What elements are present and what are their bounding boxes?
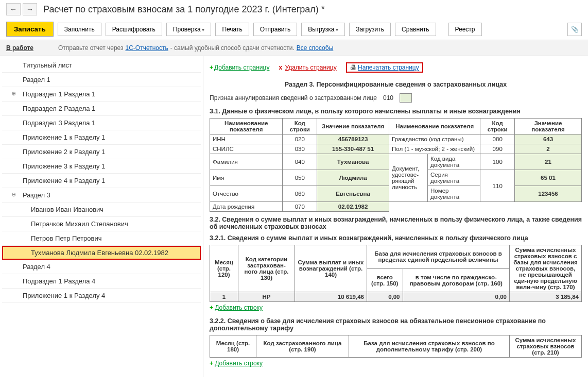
check-button[interactable]: Проверка	[166, 23, 212, 36]
delete-page[interactable]: x Удалить страницу	[279, 64, 336, 71]
fill-button[interactable]: Заполнить	[58, 23, 101, 36]
add-page[interactable]: +Добавить страницу	[210, 64, 269, 71]
content-area: +Добавить страницу x Удалить страницу 🖶 …	[203, 56, 588, 377]
fam-value[interactable]: Тухманова	[317, 154, 389, 170]
tree-person-ivanov[interactable]: Иванов Иван Иванович	[2, 203, 201, 217]
name-value[interactable]: Людмила	[317, 170, 389, 186]
tree-app4-1[interactable]: Приложение 1 к Разделу 4	[2, 289, 201, 303]
tree-section3[interactable]: ⊖Раздел 3	[2, 188, 201, 203]
tree-app1[interactable]: Приложение 1 к Разделу 1	[2, 130, 201, 145]
tree-sub1-1[interactable]: ⊕Подраздел 1 Раздела 1	[2, 87, 201, 102]
h32: 3.2. Сведения о сумме выплат и иных возн…	[210, 216, 582, 230]
table-31: Наименование показателя Код строки Значе…	[210, 118, 582, 212]
info-text: Отправьте отчет через	[58, 44, 124, 52]
link-all-ways[interactable]: Все способы	[297, 44, 334, 52]
back-button[interactable]: ←	[6, 3, 21, 15]
send-button[interactable]: Отправить	[253, 23, 298, 36]
h321: 3.2.1. Сведения о сумме выплат и иных во…	[210, 234, 582, 242]
write-button[interactable]: Записать	[6, 22, 54, 37]
tree-person-petrov[interactable]: Петров Петр Петрович	[2, 231, 201, 246]
compare-button[interactable]: Сравнить	[395, 23, 436, 36]
tree-sub1-2[interactable]: Подраздел 2 Раздела 1	[2, 102, 201, 116]
tree-person-tukhmanova[interactable]: Тухманова Людмила Евгеньевна 02.02.1982	[2, 246, 201, 260]
h31: 3.1. Данные о физическом лице, в пользу …	[210, 108, 582, 115]
doc-num-value[interactable]: 123456	[515, 186, 582, 202]
tree-section1[interactable]: Раздел 1	[2, 73, 201, 87]
tree-sub4-1[interactable]: Подраздел 1 Раздела 4	[2, 274, 201, 289]
tree-app3[interactable]: Приложение 3 к Разделу 1	[2, 159, 201, 174]
forward-button[interactable]: →	[23, 3, 37, 15]
load-button[interactable]: Загрузить	[349, 23, 391, 36]
print-button[interactable]: Печать	[215, 23, 249, 36]
page-title: Расчет по страховым взносам за 1 полугод…	[43, 4, 325, 15]
section3-title: Раздел 3. Персонифицированные сведения о…	[210, 81, 582, 88]
annul-label: Признак аннулирования сведений о застрах…	[210, 94, 377, 102]
snils-value[interactable]: 155-330-487 51	[317, 144, 389, 154]
tree-person-petrachkov[interactable]: Петрачков Михаил Степанович	[2, 217, 201, 231]
status-in-work[interactable]: В работе	[6, 44, 33, 52]
tree-title-page[interactable]: Титульный лист	[2, 58, 201, 73]
annul-code: 010	[383, 94, 393, 102]
add-row-321[interactable]: + Добавить строку	[210, 304, 582, 311]
export-button[interactable]: Выгрузка	[301, 23, 345, 36]
tree-app2[interactable]: Приложение 2 к Разделу 1	[2, 145, 201, 159]
annul-checkbox[interactable]	[400, 93, 412, 103]
table-321: Месяц (стр. 120) Код категории застрахов…	[210, 245, 582, 302]
info-text-2: - самый удобный способ сдачи отчетности.	[170, 44, 295, 52]
decrypt-button[interactable]: Расшифровать	[106, 23, 162, 36]
print-icon: 🖶	[350, 64, 356, 71]
patr-value[interactable]: Евгеньевна	[317, 186, 389, 202]
table-322: Месяц (стр. 180) Код застрахованного лиц…	[210, 335, 582, 358]
expand-icon[interactable]: ⊕	[10, 90, 16, 97]
attachment-icon[interactable]: 📎	[567, 23, 582, 36]
inn-value[interactable]: 456789123	[317, 134, 389, 144]
tree-section4[interactable]: Раздел 4	[2, 260, 201, 274]
sidebar: Титульный лист Раздел 1 ⊕Подраздел 1 Раз…	[0, 56, 203, 377]
citiz-value[interactable]: 643	[515, 134, 582, 144]
registry-button[interactable]: Реестр	[448, 23, 482, 36]
print-page[interactable]: 🖶 Напечатать страницу	[346, 62, 423, 73]
collapse-icon[interactable]: ⊖	[10, 191, 16, 198]
doc-kind-value[interactable]: 21	[515, 154, 582, 170]
dob-value[interactable]: 02.02.1982	[317, 202, 389, 212]
table-row[interactable]: 1 НР 10 619,46 0,00 0,00 3 185,84	[210, 292, 582, 302]
doc-ser-value[interactable]: 65 01	[515, 170, 582, 186]
tree-sub1-3[interactable]: Подраздел 3 Раздела 1	[2, 116, 201, 130]
tree-app4[interactable]: Приложение 4 к Разделу 1	[2, 174, 201, 188]
h322: 3.2.2. Сведения о базе для исчисления ст…	[210, 317, 582, 332]
sex-value[interactable]: 2	[515, 144, 582, 154]
link-1c[interactable]: 1С-Отчетность	[126, 44, 168, 52]
add-row-322[interactable]: + Добавить строку	[210, 360, 582, 367]
